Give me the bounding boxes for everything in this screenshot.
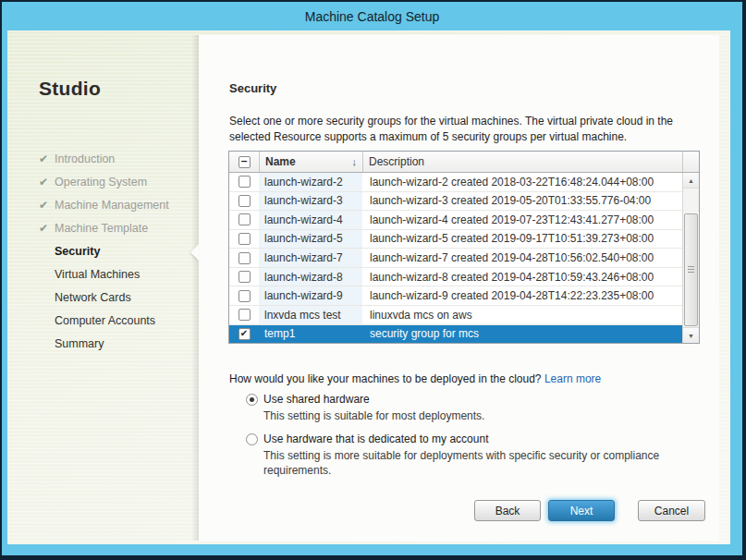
sidebar-item-network-cards: Network Cards — [39, 286, 191, 309]
table-row-selected[interactable]: ✔ temp1 security group for mcs — [229, 325, 682, 344]
learn-more-link[interactable]: Learn more — [544, 372, 601, 385]
row-checkbox[interactable] — [238, 252, 251, 264]
row-checkbox[interactable] — [238, 176, 251, 188]
check-icon: ✔ — [39, 152, 55, 165]
instruction-text: Select one or more security groups for t… — [229, 114, 699, 145]
table-row[interactable]: launch-wizard-7 launch-wizard-7 created … — [229, 249, 682, 268]
row-checkbox[interactable] — [238, 309, 251, 321]
table-row[interactable]: launch-wizard-5 launch-wizard-5 created … — [229, 230, 682, 250]
scroll-down-button[interactable]: ▼ — [683, 327, 699, 343]
sidebar-item-computer-accounts: Computer Accounts — [39, 309, 191, 332]
current-step-notch — [190, 244, 199, 261]
back-button[interactable]: Back — [474, 500, 541, 521]
sidebar-item-machine-template: ✔ Machine Template — [39, 216, 191, 239]
select-all-checkbox[interactable]: – — [238, 156, 251, 168]
option-description: This setting is suitable for most deploy… — [263, 408, 698, 423]
table-row[interactable]: launch-wizard-3 launch-wizard-3 created … — [229, 192, 682, 212]
scrollbar-thumb[interactable] — [684, 213, 698, 326]
table-body: launch-wizard-2 launch-wizard-2 created … — [229, 173, 699, 343]
row-checkbox[interactable] — [238, 213, 251, 225]
sidebar-item-summary: Summary — [39, 332, 191, 355]
panel-shadow — [191, 35, 199, 541]
scroll-up-icon: ▲ — [688, 177, 694, 184]
sidebar-item-operating-system: ✔ Operating System — [39, 170, 191, 193]
select-all-cell[interactable]: – — [229, 152, 259, 172]
row-checkbox[interactable] — [238, 195, 251, 207]
security-groups-table: – Name ↓ Description launch-wizard-2 lau… — [228, 151, 700, 344]
table-row[interactable]: lnxvda mcs test linuxvda mcs on aws — [229, 306, 682, 325]
sort-descending-icon: ↓ — [352, 156, 358, 167]
table-row[interactable]: launch-wizard-8 launch-wizard-8 created … — [229, 268, 682, 287]
row-checkbox[interactable] — [238, 271, 251, 283]
row-checkbox[interactable] — [238, 290, 251, 302]
header-scroll-corner — [682, 152, 699, 172]
sidebar-item-security: Security — [39, 239, 191, 262]
scroll-down-icon: ▼ — [688, 333, 694, 339]
sidebar-item-machine-management: ✔ Machine Management — [39, 193, 191, 216]
vertical-scrollbar[interactable]: ▲ ▼ — [682, 173, 699, 343]
row-checkbox-checked[interactable]: ✔ — [238, 328, 251, 340]
column-header-description[interactable]: Description — [362, 152, 682, 172]
check-icon: ✔ — [39, 222, 55, 235]
studio-logo: Studio — [39, 78, 101, 100]
cancel-button[interactable]: Cancel — [638, 500, 705, 521]
thumb-grip-icon — [688, 266, 694, 273]
column-header-name[interactable]: Name ↓ — [259, 152, 362, 172]
sidebar-item-virtual-machines: Virtual Machines — [39, 262, 191, 286]
table-header: – Name ↓ Description — [229, 152, 699, 173]
window-title: Machine Catalog Setup — [305, 9, 440, 24]
machine-catalog-setup-window: Machine Catalog Setup Studio ✔ Introduct… — [0, 0, 746, 560]
dedicated-hardware-radio[interactable] — [246, 433, 258, 445]
option-shared-hardware: Use shared hardware This setting is suit… — [246, 393, 699, 423]
shared-hardware-radio[interactable] — [246, 394, 258, 406]
wizard-steps: ✔ Introduction ✔ Operating System ✔ Mach… — [39, 147, 191, 355]
option-dedicated-hardware: Use hardware that is dedicated to my acc… — [246, 432, 699, 478]
deployment-question: How would you like your machines to be d… — [229, 372, 601, 385]
scroll-up-button[interactable]: ▲ — [683, 173, 699, 189]
table-row[interactable]: launch-wizard-9 launch-wizard-9 created … — [229, 286, 682, 306]
next-button[interactable]: Next — [548, 500, 615, 521]
table-row[interactable]: launch-wizard-4 launch-wizard-4 created … — [229, 211, 682, 230]
table-row[interactable]: launch-wizard-2 launch-wizard-2 created … — [229, 173, 682, 192]
check-icon: ✔ — [39, 176, 55, 189]
sidebar-item-introduction: ✔ Introduction — [39, 147, 191, 170]
option-description: This setting is more suitable for deploy… — [263, 448, 698, 478]
row-checkbox[interactable] — [238, 233, 251, 245]
check-icon: ✔ — [39, 199, 55, 212]
titlebar[interactable]: Machine Catalog Setup — [2, 2, 742, 30]
page-title: Security — [229, 81, 276, 95]
